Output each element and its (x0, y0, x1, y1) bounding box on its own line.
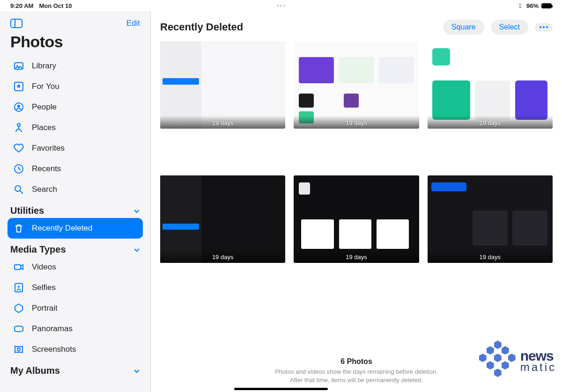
app-title: Photos (0, 30, 150, 56)
svg-rect-11 (15, 265, 21, 269)
sidebar-item-for-you[interactable]: For You (7, 76, 143, 97)
wifi-icon (517, 3, 524, 8)
sidebar-item-label: Favorites (32, 144, 65, 153)
sidebar-item-selfies[interactable]: Selfies (7, 277, 143, 298)
sidebar-item-portrait[interactable]: Portrait (7, 298, 143, 319)
sidebar-item-recents[interactable]: Recents (7, 159, 143, 179)
photo-thumbnail[interactable]: 19 days (428, 41, 553, 129)
sidebar-item-label: Places (32, 123, 56, 132)
people-icon (13, 102, 24, 113)
battery-percent: 96% (526, 2, 539, 9)
svg-point-15 (17, 348, 20, 351)
edit-button[interactable]: Edit (126, 19, 140, 28)
sidebar-item-library[interactable]: Library (7, 56, 143, 76)
clock-icon (13, 163, 24, 174)
library-icon (13, 60, 24, 72)
sidebar-item-favorites[interactable]: Favorites (7, 138, 143, 159)
sidebar-item-label: Videos (32, 262, 56, 272)
watermark-text-2: matic (520, 362, 556, 372)
section-label: Media Types (10, 244, 66, 255)
sidebar-item-recently-deleted[interactable]: Recently Deleted (7, 218, 143, 239)
main-content: Recently Deleted Square Select 19 days 1… (151, 11, 562, 392)
days-remaining: 19 days (480, 254, 501, 261)
photo-thumbnail[interactable]: 19 days (160, 41, 285, 129)
sidebar-item-label: Library (32, 61, 56, 71)
sidebar-item-label: Screenshots (32, 345, 76, 354)
sidebar-item-label: Panoramas (32, 324, 73, 334)
sidebar-item-panoramas[interactable]: Panoramas (7, 319, 143, 339)
home-indicator[interactable] (234, 388, 328, 390)
video-icon (13, 261, 24, 273)
sidebar-item-people[interactable]: People (7, 97, 143, 117)
chevron-down-icon (133, 368, 140, 374)
page-title: Recently Deleted (160, 21, 243, 33)
photo-thumbnail[interactable]: 19 days (160, 175, 285, 263)
svg-rect-0 (11, 19, 22, 28)
status-time: 9:20 AM (10, 2, 33, 9)
for-you-icon (13, 81, 24, 92)
sidebar-item-places[interactable]: Places (7, 117, 143, 138)
watermark-logo-icon (479, 340, 517, 382)
days-remaining: 19 days (480, 119, 501, 126)
multitask-dots[interactable] (277, 5, 285, 7)
svg-point-9 (15, 186, 21, 191)
sidebar-item-label: Recents (32, 164, 61, 174)
chevron-down-icon (133, 208, 140, 214)
more-button[interactable] (535, 23, 553, 31)
portrait-icon (13, 303, 24, 314)
sidebar-item-label: Selfies (32, 283, 56, 292)
photo-thumbnail[interactable]: 19 days (294, 41, 419, 129)
section-media-types[interactable]: Media Types (0, 239, 150, 257)
heart-icon (13, 143, 24, 154)
days-remaining: 19 days (212, 119, 234, 126)
days-remaining: 19 days (346, 254, 367, 261)
battery-icon (541, 3, 552, 8)
sidebar-item-label: Recently Deleted (32, 224, 92, 233)
sidebar-item-label: People (32, 102, 57, 112)
photo-thumbnail[interactable]: 19 days (428, 175, 553, 263)
places-icon (13, 122, 24, 133)
days-remaining: 19 days (212, 254, 234, 261)
trash-icon (13, 223, 24, 234)
svg-rect-14 (15, 347, 22, 352)
search-icon (13, 184, 24, 195)
sidebar: Edit Photos Library For You People Place… (0, 11, 151, 392)
svg-point-6 (17, 105, 20, 108)
sidebar-item-search[interactable]: Search (7, 179, 143, 200)
section-label: Utilities (10, 205, 44, 216)
sidebar-toggle-icon[interactable] (10, 19, 22, 28)
watermark: news matic (479, 340, 556, 382)
days-remaining: 19 days (346, 119, 367, 126)
sidebar-item-label: Search (32, 185, 57, 194)
sidebar-item-screenshots[interactable]: Screenshots (7, 339, 143, 360)
svg-point-13 (18, 286, 20, 288)
sidebar-item-label: For You (32, 82, 59, 91)
status-date: Mon Oct 10 (39, 2, 72, 9)
svg-point-7 (17, 123, 20, 126)
select-button[interactable]: Select (491, 20, 528, 35)
svg-line-10 (20, 191, 23, 194)
section-my-albums[interactable]: My Albums (0, 360, 150, 378)
selfie-icon (13, 282, 24, 293)
square-button[interactable]: Square (443, 20, 484, 35)
section-label: My Albums (10, 365, 60, 376)
panorama-icon (13, 323, 24, 334)
section-utilities[interactable]: Utilities (0, 200, 150, 218)
chevron-down-icon (133, 247, 140, 253)
photo-thumbnail[interactable]: 19 days (294, 175, 419, 263)
screenshot-icon (13, 344, 24, 355)
sidebar-item-videos[interactable]: Videos (7, 257, 143, 277)
sidebar-item-label: Portrait (32, 304, 58, 313)
